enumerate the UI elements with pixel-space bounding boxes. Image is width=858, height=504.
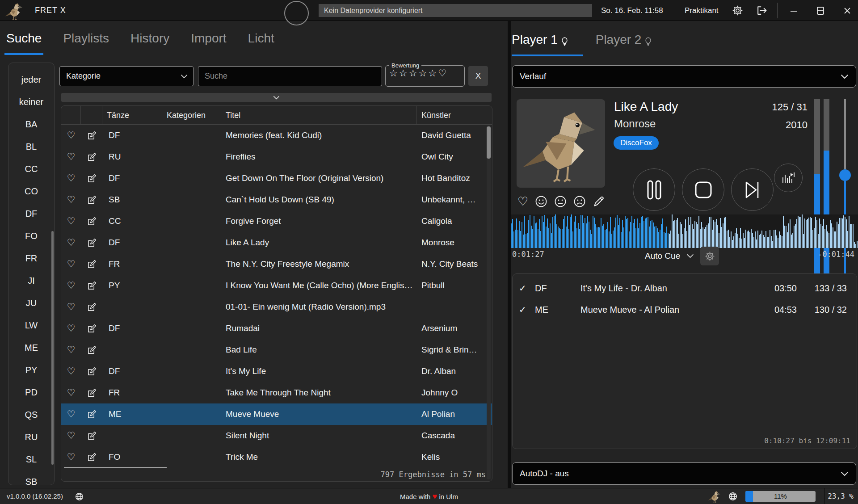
clear-filters-button[interactable]: X xyxy=(468,66,488,86)
filter-expander[interactable] xyxy=(61,93,492,102)
favorite-heart-icon[interactable]: ♡ xyxy=(61,430,81,441)
table-scrollbar-thumb[interactable] xyxy=(487,126,491,159)
table-row[interactable]: ♡FRTake Me Through The NightJohnny O xyxy=(61,382,492,403)
edit-icon[interactable] xyxy=(81,195,102,205)
favorite-heart-icon[interactable]: ♡ xyxy=(61,452,81,462)
fade-to-next-button[interactable] xyxy=(774,164,803,192)
edit-icon[interactable] xyxy=(81,388,102,398)
edit-icon[interactable] xyxy=(81,367,102,376)
pause-button[interactable] xyxy=(633,168,675,211)
dance-filter-py[interactable]: PY xyxy=(8,359,54,381)
favorite-heart-icon[interactable]: ♡ xyxy=(61,216,81,227)
favorite-heart-icon[interactable]: ♡ xyxy=(61,387,81,398)
favorite-heart-icon[interactable]: ♡ xyxy=(61,302,81,312)
dance-filter-ju[interactable]: JU xyxy=(8,292,54,314)
table-row[interactable]: ♡FOTrick MeKelis xyxy=(61,446,492,468)
edit-icon[interactable] xyxy=(81,217,102,226)
rating-stars[interactable]: ☆☆☆☆☆♡ xyxy=(386,68,464,79)
tab-import[interactable]: Import xyxy=(191,21,226,56)
edit-icon[interactable] xyxy=(81,453,102,462)
favorite-heart-icon[interactable]: ♡ xyxy=(517,196,528,208)
table-row[interactable]: ♡DFMemories (feat. Kid Cudi)David Guetta xyxy=(61,125,492,146)
happy-face-icon[interactable] xyxy=(535,195,547,208)
rating-heart-icon[interactable]: ♡ xyxy=(438,68,448,79)
table-row[interactable]: ♡DFGet Down On The Floor (Original Versi… xyxy=(61,168,492,189)
favorite-heart-icon[interactable]: ♡ xyxy=(61,409,81,420)
chevron-down-icon[interactable] xyxy=(686,254,694,258)
dance-filter-co[interactable]: CO xyxy=(8,180,54,202)
queue-row[interactable]: ✓MEMueve Mueve - Al Polian04:53130 / 32 xyxy=(513,299,857,320)
table-row[interactable]: ♡DFLike A LadyMonrose xyxy=(61,232,492,253)
queue-row[interactable]: ✓DFIt's My Life - Dr. Alban03:50133 / 33 xyxy=(513,277,857,299)
edit-icon[interactable] xyxy=(81,324,102,333)
table-row[interactable]: ♡PYI Know You Want Me (Calle Ocho) (More… xyxy=(61,275,492,296)
table-row[interactable]: ♡RUFirefliesOwl City xyxy=(61,146,492,168)
dance-filter-ru[interactable]: RU xyxy=(8,426,54,448)
table-row[interactable]: ♡01-01- Ein wenig Mut (Radio Version).mp… xyxy=(61,296,492,318)
col-edit[interactable] xyxy=(81,106,102,124)
table-row[interactable]: ♡Bad LifeSigrid & Bring Me xyxy=(61,339,492,361)
rating-star-icon[interactable]: ☆ xyxy=(428,68,438,79)
autodj-dropdown[interactable]: AutoDJ - aus xyxy=(512,462,856,485)
window-maximize-button[interactable] xyxy=(810,0,831,21)
rating-star-icon[interactable]: ☆ xyxy=(399,68,409,79)
rating-star-icon[interactable]: ☆ xyxy=(418,68,428,79)
edit-icon[interactable] xyxy=(81,345,102,355)
current-user[interactable]: Praktikant xyxy=(685,0,719,21)
cue-settings-button[interactable] xyxy=(700,247,719,265)
sad-face-icon[interactable] xyxy=(573,195,586,208)
favorite-heart-icon[interactable]: ♡ xyxy=(61,323,81,334)
edit-icon[interactable] xyxy=(81,281,102,290)
edit-icon[interactable] xyxy=(81,302,102,312)
lightbulb-icon[interactable] xyxy=(645,37,652,46)
tab-player-2[interactable]: Player 2 xyxy=(596,29,652,56)
favorite-heart-icon[interactable]: ♡ xyxy=(61,130,81,141)
table-row[interactable]: ♡Silent NightCascada xyxy=(61,425,492,446)
favorite-heart-icon[interactable]: ♡ xyxy=(61,366,81,377)
edit-icon[interactable] xyxy=(81,131,102,140)
search-input[interactable] xyxy=(198,66,382,86)
table-row[interactable]: ♡FRThe N.Y. City Freestyle MegamixN.Y. C… xyxy=(61,253,492,275)
dance-filter-ji[interactable]: JI xyxy=(8,269,54,292)
favorite-heart-icon[interactable]: ♡ xyxy=(61,344,81,355)
dance-filter-keiner[interactable]: keiner xyxy=(8,91,54,113)
dance-filter-jeder[interactable]: jeder xyxy=(8,68,54,91)
edit-icon[interactable] xyxy=(81,174,102,183)
table-scrollbar-track[interactable] xyxy=(487,126,491,479)
tab-player-1[interactable]: Player 1 xyxy=(512,29,568,56)
table-row[interactable]: ♡MEMueve MueveAl Polian xyxy=(61,403,492,425)
edit-icon[interactable] xyxy=(81,238,102,248)
col-taenze[interactable]: Tänze xyxy=(102,106,162,124)
col-kuenstler[interactable]: Künstler xyxy=(417,106,481,124)
rating-star-icon[interactable]: ☆ xyxy=(409,68,419,79)
table-row[interactable]: ♡DFRumadaiArsenium xyxy=(61,318,492,339)
tab-licht[interactable]: Licht xyxy=(248,21,274,56)
table-row[interactable]: ♡SBCan`t Hold Us Down (SB 49)Unbekannt, … xyxy=(61,189,492,210)
globe-icon[interactable] xyxy=(728,492,737,501)
edit-icon[interactable] xyxy=(81,152,102,162)
dance-filter-qs[interactable]: QS xyxy=(8,403,54,426)
next-track-button[interactable] xyxy=(731,168,774,211)
favorite-heart-icon[interactable]: ♡ xyxy=(61,173,81,184)
col-favorite[interactable] xyxy=(61,106,81,124)
table-row[interactable]: ♡DFIt's My LifeDr. Alban xyxy=(61,361,492,382)
waveform-display[interactable] xyxy=(511,214,858,248)
table-row[interactable]: ♡CCForgive ForgetCaligola xyxy=(61,210,492,232)
edit-icon[interactable] xyxy=(81,260,102,269)
window-close-button[interactable] xyxy=(837,0,858,21)
auto-cue-selector[interactable]: Auto Cue xyxy=(645,251,680,261)
col-titel[interactable]: Titel xyxy=(221,106,417,124)
favorite-heart-icon[interactable]: ♡ xyxy=(61,280,81,291)
edit-icon[interactable] xyxy=(81,431,102,441)
dataprovider-status-field[interactable] xyxy=(319,4,592,17)
dance-filter-fr[interactable]: FR xyxy=(8,247,54,269)
volume-slider[interactable] xyxy=(836,99,854,296)
dance-filter-fo[interactable]: FO xyxy=(8,225,54,247)
panel-divider[interactable] xyxy=(508,21,511,488)
col-kategorien[interactable]: Kategorien xyxy=(162,106,221,124)
window-minimize-button[interactable] xyxy=(783,0,804,21)
volume-slider-thumb[interactable] xyxy=(839,169,851,181)
dance-filter-df[interactable]: DF xyxy=(8,202,54,225)
dance-filter-bl[interactable]: BL xyxy=(8,135,54,158)
edit-pencil-icon[interactable] xyxy=(593,196,605,208)
